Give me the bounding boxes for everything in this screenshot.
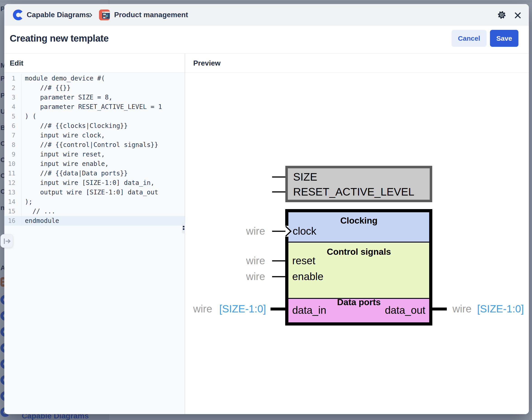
line-code: ); [21,197,32,207]
bar-arrow-right-icon [3,238,11,245]
code-line-16: 16endmodule [4,216,185,225]
save-button[interactable]: Save [490,30,518,47]
code-line-7: 7 input wire clock, [4,131,185,140]
line-number: 6 [4,121,21,131]
close-icon[interactable] [513,11,522,20]
code-line-2: 2 //# {{}} [4,83,185,93]
line-code: parameter RESET_ACTIVE_LEVEL = 1 [21,102,162,112]
edit-pane-label: Edit [10,54,23,73]
port-data-in: data_in [292,304,326,316]
port-enable: enable [292,270,323,282]
page-title: Creating new template [10,33,109,44]
bus-range-data-out: [SIZE-1:0] [477,303,524,315]
wire-label-clock: wire [246,225,265,237]
section-title-control: Control signals [327,247,391,256]
code-line-14: 14); [4,197,185,207]
breadcrumb-app[interactable]: Capable Diagrams [27,4,90,26]
module-block-diagram: SIZE RESET_ACTIVE_LEVEL Clocking clock w… [190,73,529,414]
code-line-6: 6 //# {{clocks|Clocking}} [4,121,185,131]
settings-gear-icon[interactable] [497,10,507,20]
breadcrumb-chevron-icon [88,13,93,18]
code-line-3: 3 parameter SIZE = 8, [4,93,185,102]
code-editor[interactable]: 1module demo_device #(2 //# {{}}3 parame… [4,73,185,414]
preview-pane: SIZE RESET_ACTIVE_LEVEL Clocking clock w… [185,73,529,414]
section-title-clocking: Clocking [340,216,378,225]
capable-diagrams-logo-icon [13,9,24,21]
preview-pane-label: Preview [193,54,221,73]
line-code: input wire [SIZE-1:0] data_in, [21,178,154,188]
line-number: 14 [4,197,21,207]
line-number: 9 [4,150,21,159]
line-code: module demo_device #( [21,74,105,83]
code-line-4: 4 parameter RESET_ACTIVE_LEVEL = 1 [4,102,185,112]
wire-label-data-out: wire [452,303,472,315]
line-number: 10 [4,159,21,169]
code-line-10: 10 input wire enable, [4,159,185,169]
port-reset: reset [292,255,315,267]
template-editor-dialog: Capable Diagrams Product management [4,4,529,414]
code-line-9: 9 input wire reset, [4,150,185,159]
line-code: ) ( [21,112,36,121]
line-number: 8 [4,140,21,150]
line-code: input wire clock, [21,131,105,140]
line-number: 1 [4,74,21,83]
line-code: //# {{}} [21,83,71,93]
line-number: 13 [4,188,21,197]
line-number: 16 [4,216,21,225]
code-line-11: 11 //# {{data|Data ports}} [4,169,185,178]
code-line-1: 1module demo_device #( [4,74,185,83]
section-title-data: Data ports [337,297,381,307]
line-number: 12 [4,178,21,188]
line-number: 3 [4,93,21,102]
line-number: 11 [4,169,21,178]
line-number: 7 [4,131,21,140]
line-code: //# {{data|Data ports}} [21,169,128,178]
line-code: //# {{control|Control signals}} [21,140,158,150]
dialog-title-row: Creating new template Cancel Save [4,26,529,54]
port-clock: clock [293,225,317,237]
module-block: Clocking clock wire Control signals rese… [193,211,524,324]
cancel-button[interactable]: Cancel [452,30,487,47]
line-number: 15 [4,207,21,216]
line-number: 4 [4,102,21,112]
param-reset-active-level: RESET_ACTIVE_LEVEL [293,186,414,198]
port-data-out: data_out [385,304,425,316]
line-code: input wire enable, [21,159,109,169]
wire-label-enable: wire [246,270,265,282]
code-line-12: 12 input wire [SIZE-1:0] data_in, [4,178,185,188]
product-management-icon [99,10,110,20]
code-line-8: 8 //# {{control|Control signals}} [4,140,185,150]
expand-sidebar-button[interactable] [0,234,13,248]
dialog-header: Capable Diagrams Product management [4,4,529,26]
line-code: // ... [21,207,55,216]
line-code: output wire [SIZE-1:0] data_out [21,188,158,197]
code-line-5: 5) ( [4,112,185,121]
line-code: input wire reset, [21,150,105,159]
line-code: //# {{clocks|Clocking}} [21,121,128,131]
wire-label-data-in: wire [193,303,212,315]
line-code: endmodule [21,216,59,225]
parameters-block: SIZE RESET_ACTIVE_LEVEL [272,167,431,201]
line-code: parameter SIZE = 8, [21,93,113,102]
bus-range-data-in: [SIZE-1:0] [219,303,266,315]
code-lines: 1module demo_device #(2 //# {{}}3 parame… [4,74,185,225]
line-number: 5 [4,112,21,121]
pane-header-row: Edit Preview [4,54,529,73]
code-line-15: 15 // ... [4,207,185,216]
line-number: 2 [4,83,21,93]
code-line-13: 13 output wire [SIZE-1:0] data_out [4,188,185,197]
wire-label-reset: wire [246,255,265,267]
breadcrumb-page[interactable]: Product management [114,4,188,26]
param-size: SIZE [293,171,317,183]
